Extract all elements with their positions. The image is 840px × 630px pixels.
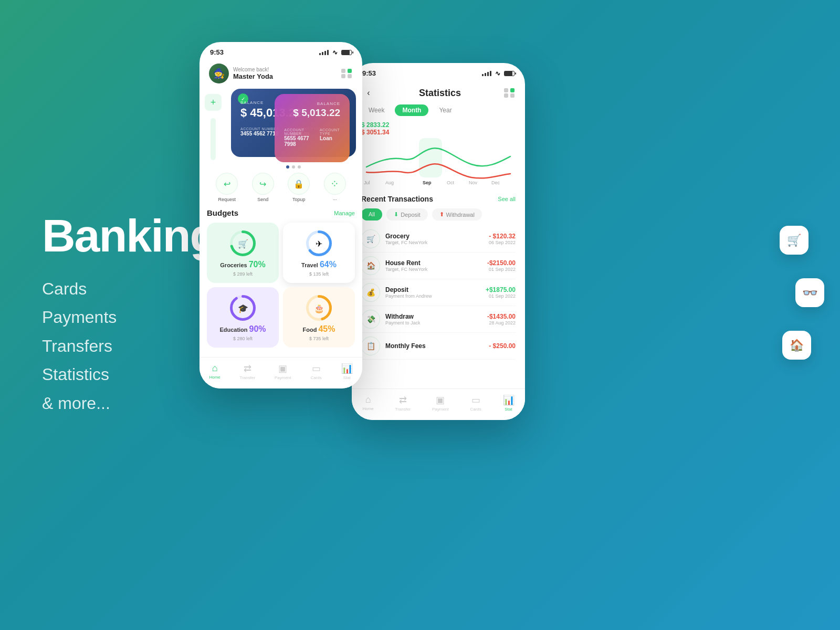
tab-month[interactable]: Month: [395, 104, 428, 116]
payment-nav-icon-2: ▣: [436, 394, 445, 406]
groceries-donut: 🛒: [228, 229, 257, 258]
filter-tabs: All ⬇ Deposit ⬆ Withdrawal: [361, 208, 516, 220]
deposit-value: +$1875.00: [486, 286, 516, 293]
see-all-link[interactable]: See all: [498, 196, 516, 202]
deposit-t-icon: 💰: [361, 283, 380, 302]
deposit-date: 01 Sep 2022: [486, 293, 516, 299]
education-pct: 90%: [249, 324, 266, 334]
status-bar-1: 9:53 ∿: [200, 42, 362, 59]
filter-all[interactable]: All: [361, 208, 382, 220]
svg-text:Oct: Oct: [447, 180, 455, 185]
fees-name: Monthly Fees: [385, 342, 484, 350]
rent-name: House Rent: [385, 259, 482, 267]
send-icon: ↪: [252, 173, 274, 195]
transaction-rent[interactable]: 🏠 House Rent Target, FC NewYork -$2150.0…: [361, 253, 516, 279]
cards-nav-icon-2: ▭: [471, 394, 480, 406]
filter-withdrawal[interactable]: ⬆ Withdrawal: [432, 208, 482, 220]
withdrawal-icon: ⬆: [439, 211, 444, 218]
fees-info: Monthly Fees: [385, 342, 484, 350]
add-card-button[interactable]: +: [205, 94, 222, 111]
request-label: Request: [218, 197, 236, 202]
stats-menu-icon[interactable]: [504, 88, 516, 98]
account-type-label-2: ACCOUNT TYPE: [320, 128, 340, 135]
card-slider[interactable]: ✓ BALANCE $ 45,013.22 ACCOUNT NUMBER 345…: [231, 89, 356, 162]
balance-label-2: BALANCE: [284, 101, 340, 106]
card1-account: ACCOUNT NUMBER 3455 4562 7710: [240, 127, 279, 136]
transaction-withdraw[interactable]: 💸 Withdraw Payment to Jack -$1435.00 28 …: [361, 306, 516, 333]
status-time-2: 9:53: [362, 69, 376, 77]
nav-transfer[interactable]: ⇄ Transfer: [240, 363, 256, 380]
card-dot-3[interactable]: [298, 165, 301, 169]
card-dot-2[interactable]: [292, 165, 295, 169]
nav-stat[interactable]: 📊 Stat: [341, 363, 353, 380]
transaction-deposit[interactable]: 💰 Deposit Payment from Andrew +$1875.00 …: [361, 279, 516, 306]
groceries-icon: 🛒: [238, 238, 248, 248]
transactions-title: Recent Transactions: [361, 195, 433, 203]
bank-card-2[interactable]: BALANCE $ 5,013.22 ACCOUNT NUMBER 5655 4…: [275, 94, 350, 162]
stat-nav-icon-2: 📊: [503, 394, 514, 406]
nav-home[interactable]: ⌂ Home: [209, 363, 220, 380]
payment-nav-icon: ▣: [278, 363, 287, 374]
more-button[interactable]: ⁘ ···: [324, 173, 346, 202]
card-dot-1[interactable]: [286, 165, 289, 169]
nav-payment[interactable]: ▣ Payment: [275, 363, 291, 380]
account-number-label-1: ACCOUNT NUMBER: [240, 127, 279, 131]
manage-link[interactable]: Manage: [334, 210, 355, 216]
education-left: $ 280 left: [233, 336, 253, 341]
groceries-name-pct: Groceries 70%: [220, 260, 265, 269]
svg-rect-8: [419, 138, 442, 177]
card2-details: ACCOUNT NUMBER 5655 4677 7998 ACCOUNT TY…: [284, 128, 340, 147]
rent-sub: Target, FC NewYork: [385, 267, 482, 272]
travel-donut: ✈: [304, 229, 333, 258]
home-nav-label: Home: [209, 375, 220, 380]
grocery-amount: - $120.32 06 Sep 2022: [489, 233, 516, 245]
request-button[interactable]: ↩ Request: [216, 173, 238, 202]
education-icon: 🎓: [238, 303, 248, 313]
nav2-stat[interactable]: 📊 Stat: [503, 394, 514, 412]
nav2-home[interactable]: ⌂ Home: [362, 394, 373, 412]
welcome-text: Welcome back!: [233, 67, 273, 72]
nav2-payment[interactable]: ▣ Payment: [432, 394, 449, 412]
phone-statistics: 9:53 ∿ ‹ Statistics: [352, 63, 525, 420]
card-scroll-indicator: [211, 118, 216, 160]
nav-cards[interactable]: ▭ Cards: [310, 363, 321, 380]
stat-value-2: $ 3051.34: [361, 129, 516, 136]
transaction-grocery[interactable]: 🛒 Grocery Target, FC NewYork - $120.32 0…: [361, 226, 516, 253]
budget-food[interactable]: 🎂 Food 45% $ 735 left: [283, 287, 355, 348]
send-button[interactable]: ↪ Send: [252, 173, 274, 202]
withdraw-sub: Payment to Jack: [385, 320, 482, 326]
card2-type: ACCOUNT TYPE Loan: [320, 128, 340, 147]
bottom-nav-1: ⌂ Home ⇄ Transfer ▣ Payment ▭ Cards 📊 St…: [200, 357, 362, 388]
budget-groceries[interactable]: 🛒 Groceries 70% $ 289 left: [207, 223, 279, 283]
stats-header: ‹ Statistics: [352, 80, 525, 104]
account-type-2: Loan: [320, 135, 340, 141]
transaction-fees[interactable]: 📋 Monthly Fees - $250.00: [361, 333, 516, 360]
status-time-1: 9:53: [210, 48, 224, 56]
rent-icon: 🏠: [361, 256, 380, 275]
tab-week[interactable]: Week: [361, 104, 392, 116]
fees-icon: 📋: [361, 337, 380, 355]
grocery-info: Grocery Target, FC NewYork: [385, 233, 484, 245]
send-label: Send: [257, 197, 268, 202]
menu-icon[interactable]: [341, 69, 353, 78]
food-icon: 🎂: [314, 303, 324, 313]
tab-year[interactable]: Year: [432, 104, 459, 116]
budget-travel[interactable]: ✈ Travel 64% $ 135 left: [283, 223, 355, 283]
svg-text:Aug: Aug: [385, 180, 394, 185]
wifi-icon: ∿: [332, 49, 338, 56]
wifi-icon-2: ∿: [495, 70, 500, 77]
filter-deposit[interactable]: ⬇ Deposit: [386, 208, 427, 220]
account-number-1: 3455 4562 7710: [240, 131, 279, 136]
deposit-icon: ⬇: [394, 211, 398, 218]
rent-info: House Rent Target, FC NewYork: [385, 259, 482, 272]
nav2-cards[interactable]: ▭ Cards: [470, 394, 481, 412]
budget-education[interactable]: 🎓 Education 90% $ 280 left: [207, 287, 279, 348]
grocery-name: Grocery: [385, 233, 484, 240]
back-button[interactable]: ‹: [361, 86, 376, 100]
topup-button[interactable]: 🔒 Topup: [288, 173, 310, 202]
battery-icon-2: [504, 71, 514, 76]
transfer-nav-icon-2: ⇄: [399, 394, 407, 406]
avatar: 🧙: [209, 64, 229, 83]
transfer-nav-icon: ⇄: [244, 363, 251, 374]
nav2-transfer[interactable]: ⇄ Transfer: [395, 394, 411, 412]
